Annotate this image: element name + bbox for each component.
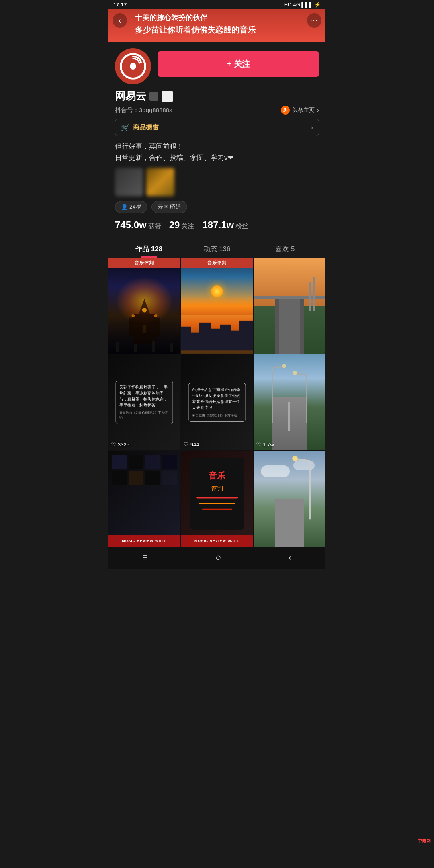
bio: 但行好事，莫问前程！ 日常更新，合作、投稿、拿图、学习v❤ [115, 141, 319, 163]
video-cell-3[interactable]: 音乐评判 [254, 258, 326, 354]
toutiao-link[interactable]: 头 头条主页 › [281, 106, 319, 115]
svg-rect-6 [129, 318, 137, 337]
video-cell-2[interactable]: 音乐评判 [181, 258, 253, 354]
banner-title: 十美的撩心装扮的伙伴 [135, 13, 299, 23]
svg-rect-24 [190, 458, 244, 530]
tabs-row: 作品 128 动态 136 喜欢 5 [115, 239, 319, 258]
back-nav-icon: ‹ [289, 552, 292, 563]
shop-left: 🛒 商品橱窗 [121, 123, 159, 132]
like-count-1: ♡ 3325 [111, 441, 129, 448]
video-cell-9[interactable] [254, 451, 326, 547]
blurred-thumb-2 [146, 168, 174, 196]
svg-rect-7 [152, 318, 160, 337]
video-cell-7[interactable]: MUSIC REVIEW WALL [108, 451, 180, 547]
shop-label: 商品橱窗 [133, 123, 159, 132]
svg-text:评判: 评判 [211, 485, 223, 492]
text-overlay-2: 白娘子故意下南疆许仙的伞牛郎经织女洗澡拿走了他的衣裳爱情的开始总得有一个人先耍流… [188, 383, 246, 422]
music-review-label-1: MUSIC REVIEW WALL [108, 535, 180, 547]
svg-rect-15 [220, 325, 231, 351]
blurred-thumb-1 [115, 168, 143, 196]
location-tag: 云南·昭通 [151, 201, 188, 213]
battery-icon: ⚡ [314, 2, 321, 8]
nav-bar: ≡ ○ ‹ [108, 547, 326, 569]
shop-arrow-icon: › [311, 123, 313, 132]
stat-fans: 187.1w 粉丝 [202, 219, 248, 231]
video-cell-5[interactable]: 白娘子故意下南疆许仙的伞牛郎经织女洗澡拿走了他的衣裳爱情的开始总得有一个人先耍流… [181, 354, 253, 450]
svg-rect-29 [202, 509, 232, 510]
music-banner-1: 音乐评判 [108, 258, 180, 268]
status-time: 17:17 [113, 2, 127, 8]
bio-line2: 日常更新，合作、投稿、拿图、学习v❤ [115, 152, 319, 163]
heart-icon-1: ♡ [111, 441, 116, 448]
heart-icon-2: ♡ [184, 441, 189, 448]
back-button[interactable]: ‹ [113, 13, 127, 28]
username-row: 网易云 [115, 89, 319, 103]
video-cell-1[interactable]: 音乐评判 [108, 258, 180, 354]
video-cell-6[interactable]: ♡ 1.7w [254, 354, 326, 450]
location-label: 云南·昭通 [158, 203, 182, 211]
svg-rect-14 [211, 328, 220, 350]
svg-point-2 [130, 63, 136, 70]
person-icon: 👤 [121, 204, 128, 210]
svg-rect-12 [191, 332, 199, 350]
svg-rect-11 [181, 326, 191, 350]
follow-button[interactable]: + 关注 [158, 51, 319, 77]
svg-point-10 [154, 314, 157, 317]
svg-line-19 [272, 367, 283, 368]
shop-icon: 🛒 [121, 123, 130, 132]
svg-rect-28 [199, 503, 235, 504]
svg-rect-17 [239, 321, 253, 350]
tab-likes[interactable]: 喜欢 5 [251, 239, 319, 258]
tab-dynamic[interactable]: 动态 136 [183, 239, 251, 258]
stat-following: 29 关注 [169, 219, 194, 231]
bio-line1: 但行好事，莫问前程！ [115, 141, 319, 152]
svg-point-8 [142, 308, 147, 312]
menu-icon: ≡ [142, 552, 148, 563]
shop-row[interactable]: 🛒 商品橱窗 › [115, 119, 319, 136]
username: 网易云 [115, 89, 146, 103]
svg-point-9 [131, 314, 134, 317]
banner-subtitle: 多少苗让你听着仿佛失恋般的音乐 [135, 24, 299, 35]
tab-works[interactable]: 作品 128 [115, 239, 183, 258]
toutiao-icon: 头 [281, 106, 290, 115]
following-count: 29 [169, 219, 180, 231]
svg-rect-13 [199, 323, 211, 350]
profile-top: + 关注 [115, 48, 319, 84]
tags-row: 👤 24岁 云南·昭通 [115, 201, 319, 213]
video-cell-8[interactable]: 音乐 评判 MUSIC REVIEW WALL [181, 451, 253, 547]
likes-count: 745.0w [115, 219, 147, 231]
video-cell-4[interactable]: 又到了怀抱糯炒栗子，一手烤红薯一手冰糖葫芦的季节，真希望一抬头你也在，手里捧着一… [108, 354, 180, 450]
network-icon: HD [284, 2, 292, 8]
following-label: 关注 [181, 222, 194, 231]
svg-rect-27 [196, 497, 238, 498]
music-banner-2: 音乐评判 [181, 258, 253, 268]
stats-row: 745.0w 获赞 29 关注 187.1w 粉丝 [115, 219, 319, 232]
top-banner: ‹ 十美的撩心装扮的伙伴 多少苗让你听着仿佛失恋般的音乐 ··· [108, 9, 326, 42]
svg-rect-16 [231, 330, 239, 350]
stat-likes: 745.0w 获赞 [115, 219, 161, 231]
like-count-3: ♡ 1.7w [256, 441, 274, 448]
svg-point-32 [292, 456, 298, 461]
svg-line-22 [297, 374, 307, 375]
age-label: 24岁 [129, 203, 141, 211]
blurred-images-row [115, 168, 319, 196]
status-bar: 17:17 HD 4G ▌▌▌ ⚡ [108, 0, 326, 9]
douyin-id-row: 抖音号：3qqq88888s 头 头条主页 › [115, 106, 319, 115]
svg-rect-5 [143, 325, 146, 333]
nav-back-button[interactable]: ‹ [289, 552, 292, 563]
verified-badge [149, 92, 158, 101]
fans-label: 粉丝 [235, 222, 248, 231]
status-icons: HD 4G ▌▌▌ ⚡ [284, 2, 321, 8]
text-card-source-1: 来自歌曲《如果你也听说》下方评论 [119, 411, 170, 420]
svg-text:音乐: 音乐 [209, 471, 225, 481]
nav-menu-button[interactable]: ≡ [142, 552, 148, 563]
like-count-2: ♡ 944 [184, 441, 199, 448]
profile-section: + 关注 网易云 抖音号：3qqq88888s 头 头条主页 › 🛒 商品橱窗 … [108, 42, 326, 258]
more-button[interactable]: ··· [307, 13, 321, 28]
toutiao-arrow-icon: › [317, 107, 319, 113]
nav-home-button[interactable]: ○ [215, 552, 221, 563]
text-overlay-1: 又到了怀抱糯炒栗子，一手烤红薯一手冰糖葫芦的季节，真希望一抬头你也在，手里捧着一… [116, 381, 173, 424]
music-review-label-2: MUSIC REVIEW WALL [181, 535, 253, 547]
signal-icon: 4G ▌▌▌ [293, 2, 313, 8]
video-grid: 音乐评判 音乐评判 [108, 258, 326, 547]
